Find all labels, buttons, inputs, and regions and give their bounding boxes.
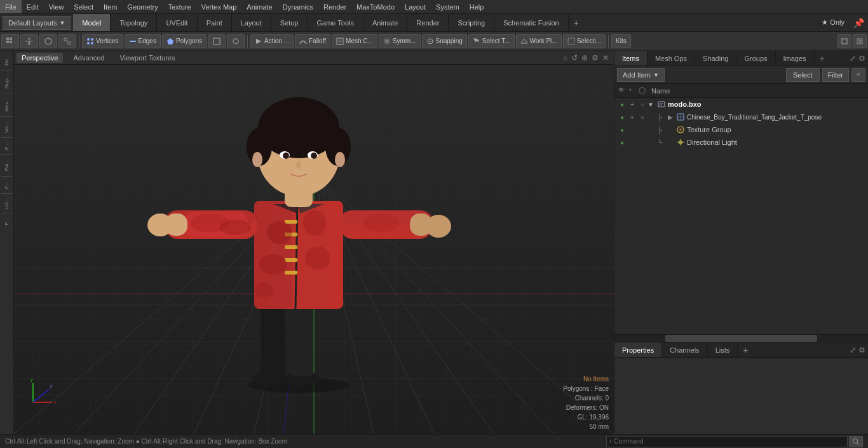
tool-falloff[interactable]: Falloff xyxy=(295,34,330,48)
tree-item-chinese-boy[interactable]: ● + ○ ├ ▶ Chinese_Boy_Traditional_Tang_J… xyxy=(614,111,868,123)
tool-kits[interactable]: Kits xyxy=(611,34,631,48)
layout-tab-render[interactable]: Render xyxy=(407,14,449,31)
layout-tab-schematic[interactable]: Schematic Fusion xyxy=(494,14,568,31)
menu-view[interactable]: View xyxy=(44,0,69,13)
left-tool-pol[interactable]: Pol... xyxy=(3,157,11,173)
layout-tab-paint[interactable]: Paint xyxy=(198,14,232,31)
layout-tab-animate[interactable]: Animate xyxy=(363,14,407,31)
menu-system[interactable]: System xyxy=(431,0,465,13)
items-scrollbar[interactable] xyxy=(614,334,868,342)
tree-item-directional-light[interactable]: ● └ Directional Light xyxy=(614,136,868,149)
select-button[interactable]: Select xyxy=(786,68,820,82)
layout-tab-topology[interactable]: Topology xyxy=(111,14,157,31)
tool-layout[interactable] xyxy=(853,34,867,48)
vp-close-icon[interactable]: ✕ xyxy=(602,53,609,62)
items-options-button[interactable]: ≡ xyxy=(851,68,865,82)
panel-tab-shading[interactable]: Shading xyxy=(695,51,736,65)
panel-tab-items[interactable]: Items xyxy=(614,51,648,65)
panel-tab-plus[interactable]: + xyxy=(815,51,830,65)
menu-edit[interactable]: Edit xyxy=(22,0,44,13)
menu-file[interactable]: File xyxy=(0,0,22,13)
eye-texture-group[interactable]: ● xyxy=(617,125,627,135)
layout-tab-gametools[interactable]: Game Tools xyxy=(308,14,363,31)
eye-chinese-boy[interactable]: ● xyxy=(617,112,627,122)
bp-expand-icon[interactable]: ⤢ xyxy=(850,346,856,355)
menu-help[interactable]: Help xyxy=(465,0,489,13)
vp-settings-icon[interactable]: ⚙ xyxy=(592,53,599,62)
vp-rotate-icon[interactable]: ↺ xyxy=(571,53,578,62)
menu-vertex-map[interactable]: Vertex Map xyxy=(196,0,242,13)
layout-star[interactable]: ★ Only xyxy=(817,18,850,27)
left-tool-uv[interactable]: UV... xyxy=(3,196,11,212)
tool-select-type[interactable]: Select T... xyxy=(468,34,515,48)
eye-modo-bxo[interactable]: ● xyxy=(617,99,627,109)
viewport[interactable]: Perspective Advanced Viewport Textures ⌂… xyxy=(14,51,614,434)
layout-tab-setup[interactable]: Setup xyxy=(271,14,308,31)
left-tool-de[interactable]: De... xyxy=(3,52,11,68)
tool-work-plane[interactable]: Work Pl... xyxy=(516,34,562,48)
eye-directional-light[interactable]: ● xyxy=(617,137,627,147)
tool-move[interactable] xyxy=(20,34,38,48)
panel-tab-mesh-ops[interactable]: Mesh Ops xyxy=(648,51,695,65)
items-tree[interactable]: ● + ○ ▼ modo.bxo ● + ○ ├ ▶ xyxy=(614,98,868,334)
vp-tab-advanced[interactable]: Advanced xyxy=(68,53,109,63)
scrollbar-thumb[interactable] xyxy=(665,335,817,342)
command-input-area[interactable]: › xyxy=(606,436,848,447)
bp-tab-channels[interactable]: Channels xyxy=(662,343,707,357)
render-modo-bxo[interactable]: + xyxy=(627,99,637,109)
tool-mesh[interactable]: Mesh C... xyxy=(332,34,377,48)
layout-tab-layout[interactable]: Layout xyxy=(232,14,271,31)
left-tool-c[interactable]: C... xyxy=(3,179,11,191)
menu-texture[interactable]: Texture xyxy=(163,0,196,13)
lock-chinese-boy[interactable]: ○ xyxy=(637,112,648,122)
left-tool-mesh[interactable]: Mes... xyxy=(3,95,11,114)
tree-item-texture-group[interactable]: ● ├ Texture Group xyxy=(614,123,868,136)
left-tool-f[interactable]: F... xyxy=(3,216,11,228)
menu-render[interactable]: Render xyxy=(318,0,351,13)
tool-vertices[interactable]: Vertices xyxy=(82,34,123,48)
filter-button[interactable]: Filter xyxy=(822,68,849,82)
bp-tab-properties[interactable]: Properties xyxy=(614,343,662,357)
left-tool-e[interactable]: E... xyxy=(3,140,11,153)
cmd-search-button[interactable] xyxy=(849,436,863,447)
layout-tab-uvedit[interactable]: UVEdit xyxy=(157,14,197,31)
panel-tab-images[interactable]: Images xyxy=(776,51,815,65)
tool-rotate[interactable] xyxy=(39,34,57,48)
menu-dynamics[interactable]: Dynamics xyxy=(278,0,318,13)
tree-item-modo-bxo[interactable]: ● + ○ ▼ modo.bxo xyxy=(614,98,868,111)
add-item-button[interactable]: Add Item ▼ xyxy=(617,68,665,82)
tool-action[interactable]: Action ... xyxy=(250,34,294,48)
menu-item[interactable]: Item xyxy=(98,0,122,13)
vp-tab-perspective[interactable]: Perspective xyxy=(17,53,63,63)
tool-scale[interactable] xyxy=(58,34,76,48)
vp-home-icon[interactable]: ⌂ xyxy=(563,53,567,62)
render-chinese-boy[interactable]: + xyxy=(627,112,637,122)
tool-maximize[interactable] xyxy=(837,34,851,48)
vp-zoom-icon[interactable]: ⊕ xyxy=(581,53,588,62)
menu-maxtomodo[interactable]: MaxToModo xyxy=(351,0,400,13)
menu-select[interactable]: Select xyxy=(69,0,98,13)
layout-tab-model[interactable]: Model xyxy=(73,14,111,31)
menu-layout[interactable]: Layout xyxy=(400,0,431,13)
bp-tab-lists[interactable]: Lists xyxy=(708,343,738,357)
lock-modo-bxo[interactable]: ○ xyxy=(637,99,648,109)
tool-selection[interactable]: Selecti... xyxy=(563,34,606,48)
menu-animate[interactable]: Animate xyxy=(241,0,277,13)
tool-snapping[interactable]: Snapping xyxy=(422,34,467,48)
tool-snap-grid[interactable] xyxy=(1,34,19,48)
tool-mode-circle[interactable] xyxy=(227,34,245,48)
panel-expand-icon[interactable]: ⤢ xyxy=(850,54,856,63)
layout-tab-plus[interactable]: + xyxy=(569,18,584,28)
layout-selector[interactable]: Default Layouts ▼ xyxy=(3,16,71,30)
left-tool-vert[interactable]: Ver... xyxy=(3,119,11,135)
tool-symmetry[interactable]: Symm... xyxy=(379,34,421,48)
menu-geometry[interactable]: Geometry xyxy=(122,0,163,13)
panel-tab-groups[interactable]: Groups xyxy=(736,51,775,65)
layout-pin[interactable]: 📌 xyxy=(850,18,868,28)
layout-tab-scripting[interactable]: Scripting xyxy=(449,14,494,31)
tool-mode-square[interactable] xyxy=(208,34,226,48)
command-input[interactable] xyxy=(614,438,844,445)
viewport-canvas[interactable]: No Items Polygons : Face Channels: 0 Def… xyxy=(14,65,614,434)
arrow-chinese-boy[interactable]: ▶ xyxy=(668,114,674,121)
tool-edges[interactable]: Edges xyxy=(125,34,161,48)
